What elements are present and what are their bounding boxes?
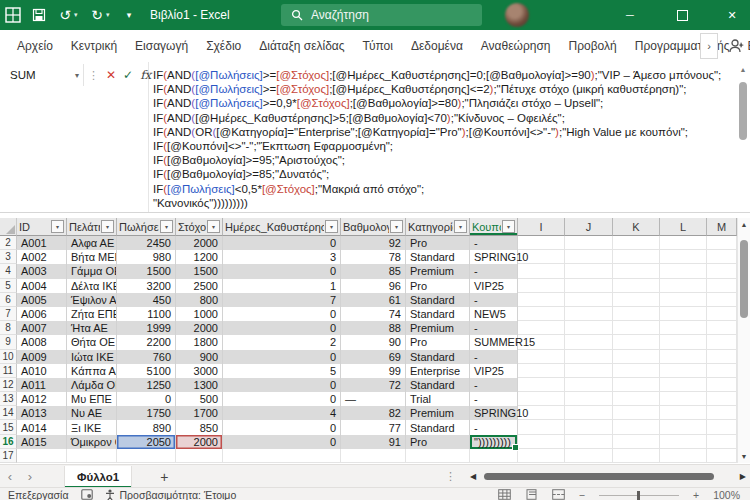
cell-B2[interactable]: Αλφα ΑΕ [67, 236, 117, 250]
cell-K2[interactable] [613, 236, 660, 250]
cell-C7[interactable]: 1100 [117, 307, 176, 321]
cell-J8[interactable] [565, 321, 613, 335]
macro-record-icon[interactable] [81, 489, 93, 500]
cell-C13[interactable]: 0 [117, 392, 176, 406]
cell-D8[interactable]: 2000 [176, 321, 223, 335]
cell-M3[interactable] [707, 250, 737, 264]
cell-I2[interactable] [518, 236, 565, 250]
cell-F8[interactable]: 88 [341, 321, 406, 335]
cell-E7[interactable]: 0 [223, 307, 341, 321]
maximize-button[interactable] [664, 0, 700, 30]
cell-C6[interactable]: 450 [117, 293, 176, 307]
column-header-L[interactable]: L [660, 218, 707, 236]
sheet-next-icon[interactable]: › [20, 469, 40, 484]
cell-D6[interactable]: 800 [176, 293, 223, 307]
ribbon-tab-Εισαγωγή[interactable]: Εισαγωγή [126, 31, 197, 62]
cell-D10[interactable]: 900 [176, 350, 223, 364]
cell-J11[interactable] [565, 364, 613, 378]
cell-I8[interactable] [518, 321, 565, 335]
ribbon-tab-Διάταξη σελίδας[interactable]: Διάταξη σελίδας [250, 31, 353, 62]
row-header-5[interactable]: 5 [0, 279, 17, 293]
cell-B11[interactable]: Κάππα ΑΕ [67, 364, 117, 378]
cell-J16[interactable] [565, 435, 613, 449]
cell-M17[interactable] [707, 449, 737, 463]
cell-I6[interactable] [518, 293, 565, 307]
name-box[interactable]: SUM ▾ [4, 64, 84, 86]
cell-F16[interactable]: 91 [341, 435, 406, 449]
cell-G12[interactable]: Standard [406, 378, 470, 392]
cell-H2[interactable]: - [470, 236, 518, 250]
cell-J7[interactable] [565, 307, 613, 321]
row-header-9[interactable]: 9 [0, 335, 17, 349]
cell-L17[interactable] [660, 449, 707, 463]
cell-C3[interactable]: 980 [117, 250, 176, 264]
cell-E10[interactable]: 0 [223, 350, 341, 364]
cell-H15[interactable]: - [470, 420, 518, 434]
cell-A7[interactable]: A006 [17, 307, 67, 321]
cell-D9[interactable]: 1800 [176, 335, 223, 349]
cell-E12[interactable]: 0 [223, 378, 341, 392]
cell-K15[interactable] [613, 420, 660, 434]
cell-D3[interactable]: 1200 [176, 250, 223, 264]
cell-M5[interactable] [707, 279, 737, 293]
cell-J13[interactable] [565, 392, 613, 406]
cell-B5[interactable]: Δέλτα ΙΚΕ [67, 279, 117, 293]
cell-G4[interactable]: Premium [406, 264, 470, 278]
cell-E6[interactable]: 7 [223, 293, 341, 307]
cell-B3[interactable]: Βήτα ΜΕΠΕ [67, 250, 117, 264]
cell-I14[interactable] [518, 406, 565, 420]
cell-F15[interactable]: 77 [341, 420, 406, 434]
scroll-up-icon[interactable]: ▲ [736, 62, 750, 73]
column-header-Πελάτης[interactable]: Πελάτης▾ [67, 218, 117, 236]
row-header-6[interactable]: 6 [0, 293, 17, 307]
cell-A14[interactable]: A013 [17, 406, 67, 420]
cell-K14[interactable] [613, 406, 660, 420]
cell-E13[interactable]: 0 [223, 392, 341, 406]
cell-G15[interactable]: Standard [406, 420, 470, 434]
cell-I16[interactable] [518, 435, 565, 449]
select-all-button[interactable] [0, 218, 17, 236]
column-header-Πωλήσεις[interactable]: Πωλήσεις▾ [117, 218, 176, 236]
cell-C16[interactable]: 2050 [117, 435, 176, 449]
cell-H17[interactable] [470, 449, 518, 463]
accessibility-status[interactable]: Προσβασιμότητα: Έτοιμο [105, 489, 237, 500]
qat-customize-icon[interactable]: ▾ [116, 0, 142, 30]
cell-D13[interactable]: 500 [176, 392, 223, 406]
cell-C11[interactable]: 5100 [117, 364, 176, 378]
cell-J2[interactable] [565, 236, 613, 250]
cell-C2[interactable]: 2450 [117, 236, 176, 250]
column-header-M[interactable]: M [707, 218, 737, 236]
cell-F17[interactable] [341, 449, 406, 463]
cell-K4[interactable] [613, 264, 660, 278]
cell-I10[interactable] [518, 350, 565, 364]
cell-D17[interactable] [176, 449, 223, 463]
ribbon-tab-Τύποι[interactable]: Τύποι [354, 31, 402, 62]
row-header-15[interactable]: 15 [0, 420, 17, 434]
name-box-chevron-icon[interactable]: ▾ [75, 71, 79, 80]
cell-K8[interactable] [613, 321, 660, 335]
cell-I3[interactable] [518, 250, 565, 264]
row-header-7[interactable]: 7 [0, 307, 17, 321]
cell-A4[interactable]: A003 [17, 264, 67, 278]
row-header-14[interactable]: 14 [0, 406, 17, 420]
cell-B13[interactable]: Μυ ΕΠΕ [67, 392, 117, 406]
cell-L12[interactable] [660, 378, 707, 392]
cell-M6[interactable] [707, 293, 737, 307]
column-header-Κατηγορία[interactable]: Κατηγορία▾ [406, 218, 470, 236]
cell-K16[interactable] [613, 435, 660, 449]
share-person-icon[interactable] [728, 38, 746, 54]
cell-L4[interactable] [660, 264, 707, 278]
cell-M12[interactable] [707, 378, 737, 392]
cell-G14[interactable]: Premium [406, 406, 470, 420]
cell-C14[interactable]: 1750 [117, 406, 176, 420]
cell-K7[interactable] [613, 307, 660, 321]
cell-B7[interactable]: Ζήτα ΕΠΕ [67, 307, 117, 321]
cell-D5[interactable]: 2500 [176, 279, 223, 293]
cell-H11[interactable]: VIP25 [470, 364, 518, 378]
cell-I12[interactable] [518, 378, 565, 392]
cell-G17[interactable] [406, 449, 470, 463]
column-header-Κουπόνι[interactable]: Κουπόνι▾ [470, 218, 518, 236]
cell-K3[interactable] [613, 250, 660, 264]
filter-dropdown-icon[interactable]: ▾ [454, 220, 467, 233]
scroll-down-icon[interactable]: ▼ [738, 453, 750, 460]
